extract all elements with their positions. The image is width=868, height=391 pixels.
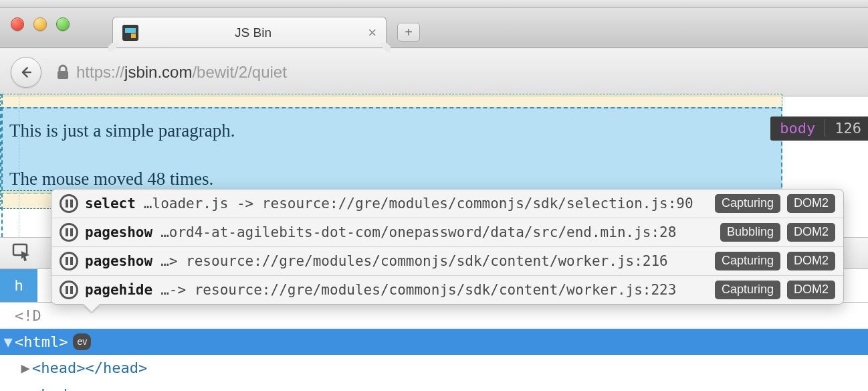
dim-badge-separator xyxy=(825,119,825,137)
dom-doctype: <!D xyxy=(15,304,41,327)
dom-body-open: <body> xyxy=(32,383,85,391)
event-type: pagehide xyxy=(85,282,152,298)
pause-icon[interactable] xyxy=(60,252,78,270)
tab-title: JS Bin xyxy=(146,25,360,40)
event-type: pageshow xyxy=(85,253,152,269)
url-text: https://jsbin.com/bewit/2/quiet xyxy=(76,63,287,82)
paragraph-1: This is just a simple paragraph. xyxy=(9,121,235,141)
lock-icon xyxy=(56,64,70,80)
event-level-pill: DOM2 xyxy=(787,281,835,299)
devtools-tab-active[interactable]: h xyxy=(0,269,37,302)
jsbin-favicon-icon xyxy=(122,25,138,41)
pause-icon[interactable] xyxy=(60,194,78,213)
dom-head: <head></head> xyxy=(32,356,147,380)
window-zoom-button[interactable] xyxy=(56,17,70,31)
event-phase-pill: Capturing xyxy=(715,194,780,213)
pause-icon[interactable] xyxy=(60,223,78,242)
event-type: pageshow xyxy=(85,224,152,240)
event-phase-pill: Capturing xyxy=(715,252,780,270)
twisty-expanded-icon[interactable]: ▼ xyxy=(19,383,32,391)
dom-tree[interactable]: <!D ▼ <html> ev ▶ <head></head> ▼ <body> xyxy=(0,303,868,391)
event-row: pagehide …-> resource://gre/modules/comm… xyxy=(51,276,843,304)
element-picker-icon[interactable] xyxy=(12,243,32,263)
twisty-expanded-icon[interactable]: ▼ xyxy=(1,330,15,354)
dom-html-open: <html> xyxy=(15,330,68,354)
event-listener-badge[interactable]: ev xyxy=(73,333,91,350)
dom-body-line[interactable]: ▼ <body> xyxy=(0,382,868,391)
event-phase-pill: Bubbling xyxy=(720,223,780,242)
url-host: jsbin.com xyxy=(124,63,192,81)
url-field[interactable]: https://jsbin.com/bewit/2/quiet xyxy=(53,63,857,82)
element-dimensions-badge: body 126 xyxy=(770,116,868,141)
event-type: select xyxy=(85,196,136,212)
arrow-left-icon xyxy=(19,66,33,79)
address-bar: https://jsbin.com/bewit/2/quiet xyxy=(0,48,868,96)
new-tab-button[interactable]: + xyxy=(397,23,420,42)
dim-badge-tag: body xyxy=(780,120,815,137)
dim-badge-size: 126 xyxy=(835,120,861,137)
traffic-lights xyxy=(11,17,70,31)
event-level-pill: DOM2 xyxy=(787,252,835,270)
event-level-pill: DOM2 xyxy=(787,194,835,213)
event-source[interactable]: …ord4-at-agilebits-dot-com/onepassword/d… xyxy=(160,224,714,240)
event-source[interactable]: …-> resource://gre/modules/commonjs/sdk/… xyxy=(160,282,708,298)
event-phase-pill: Capturing xyxy=(715,281,780,299)
dom-doctype-line[interactable]: <!D xyxy=(0,303,868,329)
tabstrip: JS Bin × + xyxy=(0,8,868,48)
twisty-collapsed-icon[interactable]: ▶ xyxy=(19,356,32,380)
url-path: /bewit/2/quiet xyxy=(192,63,286,81)
event-level-pill: DOM2 xyxy=(787,223,835,242)
event-source[interactable]: …loader.js -> resource://gre/modules/com… xyxy=(144,196,708,212)
url-scheme: https:// xyxy=(76,63,124,81)
event-row: pageshow …ord4-at-agilebits-dot-com/onep… xyxy=(51,218,843,247)
paragraph-2: The mouse moved 48 times. xyxy=(9,169,213,189)
browser-tab[interactable]: JS Bin × xyxy=(112,17,387,48)
tab-close-icon[interactable]: × xyxy=(368,25,376,40)
event-source[interactable]: …> resource://gre/modules/commonjs/sdk/c… xyxy=(160,253,708,269)
window-titlebar xyxy=(0,0,868,8)
event-row: pageshow …> resource://gre/modules/commo… xyxy=(51,247,843,276)
svg-rect-0 xyxy=(58,71,68,79)
event-listeners-popup: select …loader.js -> resource://gre/modu… xyxy=(51,189,844,305)
window-minimize-button[interactable] xyxy=(33,17,47,31)
back-button[interactable] xyxy=(11,57,41,88)
event-row: select …loader.js -> resource://gre/modu… xyxy=(51,189,843,218)
dom-head-line[interactable]: ▶ <head></head> xyxy=(0,355,868,381)
dom-html-line[interactable]: ▼ <html> ev xyxy=(0,329,868,355)
devtools-tab-label: h xyxy=(15,277,23,295)
pause-icon[interactable] xyxy=(60,281,78,299)
box-model-guides xyxy=(0,96,20,230)
window-close-button[interactable] xyxy=(11,17,24,31)
